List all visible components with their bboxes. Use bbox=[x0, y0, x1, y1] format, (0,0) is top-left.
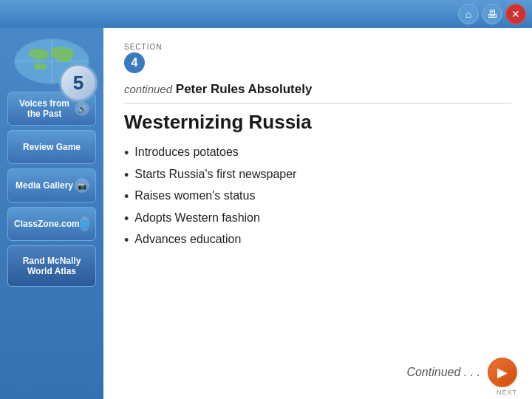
print-button[interactable]: 🖶 bbox=[482, 4, 502, 24]
bullet-text: Raises women's status bbox=[134, 189, 255, 202]
classzone-icon: 🌐 bbox=[80, 216, 89, 231]
speaker-icon: 🔊 bbox=[75, 101, 89, 116]
camera-icon: 📷 bbox=[75, 178, 89, 193]
sidebar: 5 Voices from the Past 🔊 Review Game Med… bbox=[0, 28, 103, 399]
top-bar: ⌂ 🖶 ✕ bbox=[0, 0, 532, 28]
bullet-dot: • bbox=[124, 146, 129, 162]
sidebar-item-atlas[interactable]: Rand McNally World Atlas bbox=[7, 245, 96, 287]
bullet-text: Advances education bbox=[134, 233, 241, 246]
main-heading: Westernizing Russia bbox=[124, 111, 511, 134]
next-button[interactable]: ▶ bbox=[488, 358, 517, 387]
voices-label: Voices from the Past bbox=[14, 98, 75, 120]
section-title: Peter Rules Absolutely bbox=[176, 82, 313, 96]
sidebar-item-classzone[interactable]: ClassZone.com 🌐 bbox=[7, 207, 96, 241]
list-item: • Raises women's status bbox=[124, 189, 511, 205]
bullet-text: Starts Russia's first newspaper bbox=[134, 168, 296, 181]
list-item: • Introduces potatoes bbox=[124, 146, 511, 162]
bullet-text: Adopts Western fashion bbox=[134, 211, 260, 225]
section-number-badge: 5 bbox=[59, 64, 98, 102]
bullet-text: Introduces potatoes bbox=[134, 146, 239, 159]
review-label: Review Game bbox=[14, 142, 89, 152]
bullet-dot: • bbox=[124, 211, 129, 228]
list-item: • Adopts Western fashion bbox=[124, 211, 511, 228]
next-label: NEXT bbox=[497, 389, 517, 396]
media-label: Media Gallery bbox=[14, 180, 75, 191]
bottom-nav: Continued . . . ▶ bbox=[406, 358, 517, 387]
section-number: 4 bbox=[124, 52, 145, 73]
continued-heading: continued Peter Rules Absolutely bbox=[124, 82, 511, 103]
bullet-dot: • bbox=[124, 233, 129, 249]
bullet-list: • Introduces potatoes • Starts Russia's … bbox=[124, 146, 511, 249]
home-button[interactable]: ⌂ bbox=[458, 4, 479, 24]
continued-label: continued bbox=[124, 83, 172, 95]
sidebar-item-review[interactable]: Review Game bbox=[7, 130, 96, 164]
list-item: • Advances education bbox=[124, 233, 511, 249]
sidebar-item-media[interactable]: Media Gallery 📷 bbox=[7, 168, 96, 202]
continued-text: Continued . . . bbox=[406, 366, 480, 379]
bullet-dot: • bbox=[124, 168, 129, 184]
atlas-label: Rand McNally World Atlas bbox=[14, 256, 89, 277]
main-layout: 5 Voices from the Past 🔊 Review Game Med… bbox=[0, 28, 532, 399]
content-area: SECTION 4 continued Peter Rules Absolute… bbox=[103, 28, 532, 399]
bullet-dot: • bbox=[124, 189, 129, 205]
classzone-label: ClassZone.com bbox=[14, 219, 80, 229]
list-item: • Starts Russia's first newspaper bbox=[124, 168, 511, 184]
section-label: SECTION bbox=[124, 43, 511, 51]
close-button[interactable]: ✕ bbox=[505, 4, 526, 24]
